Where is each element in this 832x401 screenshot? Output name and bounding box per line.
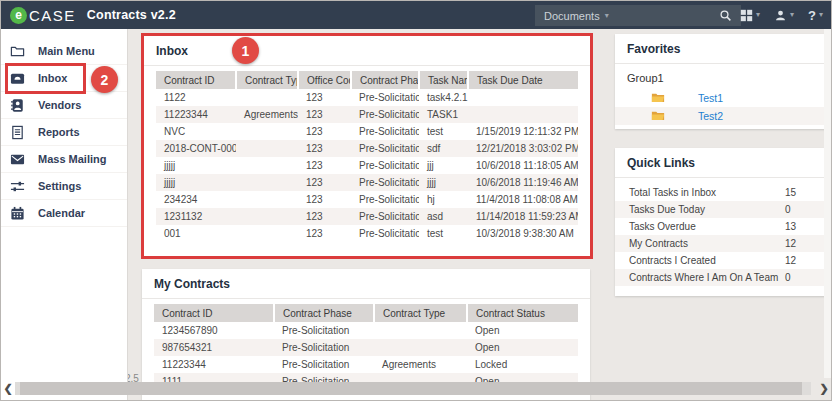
quick-link-row[interactable]: Contracts I Created 12 bbox=[615, 252, 827, 269]
search-bar[interactable]: Documents ▾ bbox=[535, 5, 741, 26]
table-row[interactable]: 2018-CONT-00050123Pre-Solicitationsdf12/… bbox=[156, 140, 578, 157]
sidebar-item-reports[interactable]: Reports bbox=[1, 119, 127, 146]
table-cell: Pre-Solicitation bbox=[274, 339, 374, 356]
table-cell: jjjjj bbox=[156, 157, 236, 174]
logo-text: CASE bbox=[29, 7, 76, 24]
chevron-down-icon: ▾ bbox=[605, 12, 609, 20]
sidebar-item-mass-mailing[interactable]: Mass Mailing bbox=[1, 146, 127, 173]
quick-link-row[interactable]: My Contracts 12 bbox=[615, 235, 827, 252]
table-row[interactable]: 234234123Pre-Solicitationhj11/4/2018 11:… bbox=[156, 191, 578, 208]
favorites-panel: Favorites Group1 Test1 Test2 bbox=[615, 34, 827, 129]
favorite-item[interactable]: Test2 bbox=[615, 107, 827, 125]
my-contracts-table: Contract ID Contract Phase Contract Type… bbox=[154, 304, 578, 390]
favorite-link[interactable]: Test1 bbox=[698, 92, 723, 104]
favorites-group-label[interactable]: Group1 bbox=[615, 64, 827, 89]
quick-link-label: Contracts Where I Am On A Team bbox=[629, 272, 778, 283]
table-cell: Pre-Solicitation bbox=[274, 322, 374, 339]
table-row[interactable]: 1234567890Pre-SolicitationOpen bbox=[154, 322, 578, 339]
horizontal-scrollbar: ❮ ❯ bbox=[1, 381, 831, 396]
table-row[interactable]: 1231132123Pre-Solicitationasd11/14/2018 … bbox=[156, 208, 578, 225]
quick-link-count: 12 bbox=[785, 238, 805, 249]
table-cell bbox=[236, 140, 298, 157]
table-cell: jjj bbox=[419, 157, 468, 174]
table-cell: 123 bbox=[298, 208, 351, 225]
table-cell: 11/14/2018 11:59:23 AM bbox=[468, 208, 578, 225]
table-cell: 1234567890 bbox=[154, 322, 274, 339]
app-title: Contracts v2.2 bbox=[87, 8, 176, 22]
table-cell: 234234 bbox=[156, 191, 236, 208]
column-header[interactable]: Contract Type bbox=[374, 304, 467, 322]
table-cell: Pre-Solicitation bbox=[274, 356, 374, 373]
table-header-row: Contract ID Contract Type Office Code Co… bbox=[156, 71, 578, 89]
panel-title: Inbox bbox=[144, 36, 590, 66]
column-header[interactable]: Contract Phase bbox=[351, 71, 419, 89]
column-header[interactable]: Task Due Date bbox=[468, 71, 578, 89]
favorite-item[interactable]: Test1 bbox=[615, 89, 827, 107]
search-icon[interactable] bbox=[719, 9, 732, 22]
quick-link-label: Tasks Overdue bbox=[629, 221, 696, 232]
table-cell: task4.2.1 bbox=[419, 89, 468, 106]
table-row[interactable]: 001123Pre-Solicitationtest10/3/2018 9:38… bbox=[156, 225, 578, 242]
quick-link-row[interactable]: Contracts Where I Am On A Team 0 bbox=[615, 269, 827, 286]
column-header[interactable]: Contract ID bbox=[154, 304, 274, 322]
table-cell bbox=[236, 89, 298, 106]
sidebar-item-settings[interactable]: Settings bbox=[1, 173, 127, 200]
table-cell: NVC bbox=[156, 123, 236, 140]
table-cell: Pre-Solicitation bbox=[351, 191, 419, 208]
table-cell bbox=[236, 174, 298, 191]
app-header: e CASE Contracts v2.2 Documents ▾ ▾ ▾ ? … bbox=[1, 1, 831, 29]
apps-menu-button[interactable]: ▾ bbox=[740, 9, 760, 22]
report-icon bbox=[10, 125, 25, 140]
table-cell: sdf bbox=[419, 140, 468, 157]
quick-link-count: 0 bbox=[785, 204, 805, 215]
quick-link-label: Contracts I Created bbox=[629, 255, 716, 266]
column-header[interactable]: Contract Type bbox=[236, 71, 298, 89]
sidebar-item-calendar[interactable]: Calendar bbox=[1, 200, 127, 227]
column-header[interactable]: Office Code bbox=[298, 71, 351, 89]
scroll-left-icon[interactable]: ❮ bbox=[1, 381, 15, 396]
table-row[interactable]: jjjjj123Pre-Solicitationjjjj10/6/2018 11… bbox=[156, 174, 578, 191]
column-header[interactable]: Contract Phase bbox=[274, 304, 374, 322]
table-row[interactable]: 11223344Pre-SolicitationAgreementsLocked bbox=[154, 356, 578, 373]
table-cell: 11223344 bbox=[154, 356, 274, 373]
quick-link-row[interactable]: Tasks Due Today 0 bbox=[615, 201, 827, 218]
table-cell: Pre-Solicitation bbox=[351, 140, 419, 157]
help-menu-button[interactable]: ? ▾ bbox=[808, 8, 823, 23]
user-menu-button[interactable]: ▾ bbox=[774, 9, 794, 22]
table-row[interactable]: 987654321Pre-SolicitationOpen bbox=[154, 339, 578, 356]
folder-icon bbox=[651, 92, 665, 104]
favorite-link[interactable]: Test2 bbox=[698, 110, 723, 122]
sidebar-item-main-menu[interactable]: Main Menu bbox=[1, 38, 127, 65]
quick-link-row[interactable]: Tasks Overdue 13 bbox=[615, 218, 827, 235]
column-header[interactable]: Contract ID bbox=[156, 71, 236, 89]
table-row[interactable]: 11223344Agreements123Pre-SolicitationTAS… bbox=[156, 106, 578, 123]
quick-link-row[interactable]: Total Tasks in Inbox 15 bbox=[615, 184, 827, 201]
table-cell bbox=[236, 225, 298, 242]
vertical-scrollbar[interactable] bbox=[824, 29, 831, 378]
table-cell: test bbox=[419, 123, 468, 140]
table-cell: 123 bbox=[298, 106, 351, 123]
search-scope-dropdown[interactable]: Documents bbox=[544, 10, 600, 22]
table-cell bbox=[468, 106, 578, 123]
scrollbar-thumb[interactable] bbox=[20, 382, 802, 395]
table-row[interactable]: jjjjj123Pre-Solicitationjjj10/6/2018 11:… bbox=[156, 157, 578, 174]
table-cell: Pre-Solicitation bbox=[351, 89, 419, 106]
table-row[interactable]: NVC123Pre-Solicitationtest1/15/2019 12:1… bbox=[156, 123, 578, 140]
scroll-right-icon[interactable]: ❯ bbox=[817, 381, 831, 396]
panel-title: Quick Links bbox=[615, 148, 827, 178]
sidebar-item-vendors[interactable]: Vendors bbox=[1, 92, 127, 119]
table-row[interactable]: 1122123Pre-Solicitationtask4.2.1 bbox=[156, 89, 578, 106]
column-header[interactable]: Contract Status bbox=[467, 304, 578, 322]
sidebar-item-label: Vendors bbox=[38, 99, 81, 111]
table-cell: 1122 bbox=[156, 89, 236, 106]
table-cell: Locked bbox=[467, 356, 578, 373]
scrollbar-track[interactable] bbox=[15, 382, 811, 395]
inbox-table: Contract ID Contract Type Office Code Co… bbox=[156, 71, 578, 242]
quick-links-panel: Quick Links Total Tasks in Inbox 15 Task… bbox=[615, 148, 827, 296]
table-cell bbox=[236, 191, 298, 208]
quick-links-list: Total Tasks in Inbox 15 Tasks Due Today … bbox=[615, 178, 827, 286]
table-cell: 123 bbox=[298, 225, 351, 242]
column-header[interactable]: Task Name bbox=[419, 71, 468, 89]
inbox-icon bbox=[10, 71, 25, 86]
table-cell: Open bbox=[467, 339, 578, 356]
